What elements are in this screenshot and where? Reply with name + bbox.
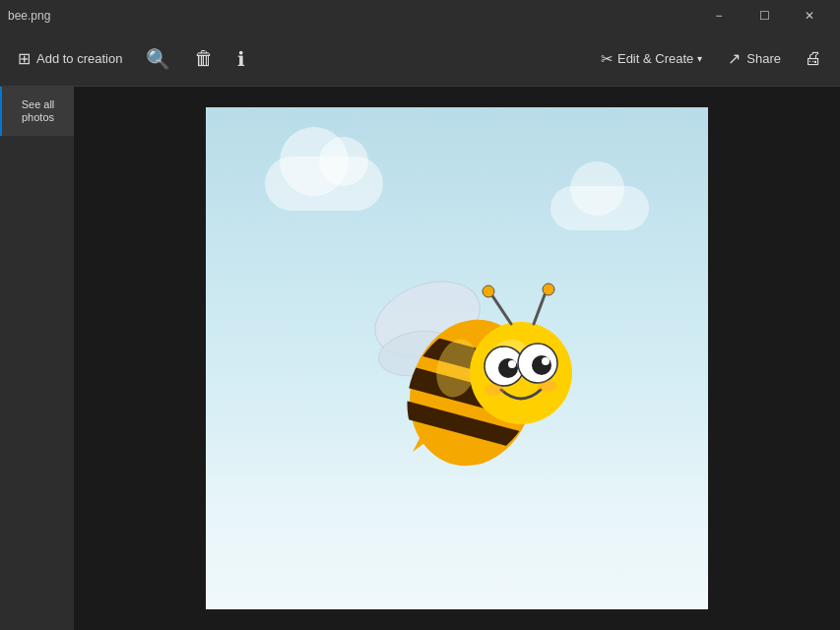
- sidebar-item-all-photos[interactable]: See all photos: [0, 87, 74, 136]
- add-to-creation-icon: ⊞: [18, 49, 31, 68]
- title-bar-controls: − ☐ ✕: [696, 0, 832, 32]
- svg-line-13: [534, 292, 546, 324]
- svg-point-14: [543, 284, 554, 295]
- svg-point-17: [498, 358, 518, 378]
- cloud-decoration-1: [265, 157, 383, 211]
- title-bar-filename: bee.png: [8, 9, 50, 23]
- main-area: See all photos: [0, 87, 840, 630]
- close-button[interactable]: ✕: [787, 0, 832, 32]
- info-icon: ℹ: [237, 47, 245, 71]
- svg-point-22: [538, 380, 557, 392]
- share-label: Share: [746, 51, 781, 66]
- minimize-button[interactable]: −: [696, 0, 742, 32]
- edit-create-button[interactable]: ✂ Edit & Create ▾: [589, 39, 714, 79]
- edit-create-chevron-icon: ▾: [697, 53, 702, 64]
- delete-button[interactable]: 🗑: [184, 39, 224, 79]
- print-button[interactable]: 🖨: [795, 39, 832, 79]
- toolbar-right: ✂ Edit & Create ▾ ↗ Share 🖨: [589, 39, 832, 79]
- svg-point-21: [485, 384, 504, 396]
- image-container: [206, 107, 708, 609]
- svg-point-19: [532, 355, 551, 375]
- print-icon: 🖨: [805, 48, 822, 69]
- info-button[interactable]: ℹ: [227, 39, 255, 79]
- zoom-button[interactable]: 🔍: [136, 39, 180, 79]
- sidebar-all-photos-label: See all photos: [10, 98, 66, 124]
- title-bar-left: bee.png: [8, 9, 50, 23]
- share-icon: ↗: [728, 49, 741, 68]
- svg-point-20: [542, 357, 549, 365]
- title-bar: bee.png − ☐ ✕: [0, 0, 840, 32]
- svg-point-12: [483, 285, 494, 297]
- add-to-creation-button[interactable]: ⊞ Add to creation: [8, 39, 132, 79]
- add-to-creation-label: Add to creation: [36, 51, 122, 66]
- delete-icon: 🗑: [194, 47, 214, 70]
- zoom-icon: 🔍: [146, 47, 170, 71]
- share-button[interactable]: ↗ Share: [718, 39, 791, 79]
- svg-line-11: [491, 294, 511, 324]
- sidebar: See all photos: [0, 87, 74, 630]
- cloud-decoration-2: [550, 186, 649, 230]
- svg-point-18: [508, 360, 516, 368]
- bee-image: [319, 230, 595, 486]
- toolbar: ⊞ Add to creation 🔍 🗑 ℹ ✂ Edit & Create …: [0, 32, 840, 87]
- image-area: [74, 87, 840, 630]
- maximize-button[interactable]: ☐: [742, 0, 787, 32]
- edit-create-label: Edit & Create: [617, 51, 693, 66]
- edit-create-icon: ✂: [601, 50, 614, 68]
